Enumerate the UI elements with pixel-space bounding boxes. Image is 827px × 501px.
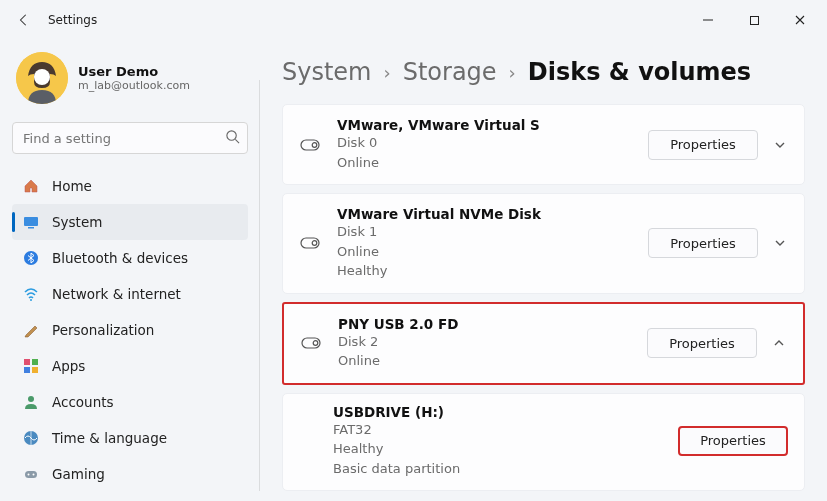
nav-label: Accounts (52, 394, 114, 410)
svg-point-19 (33, 474, 35, 476)
disk-icon (299, 139, 321, 151)
svg-rect-12 (24, 367, 30, 373)
chevron-down-icon[interactable] (772, 139, 788, 151)
svg-point-3 (34, 69, 50, 85)
nav-gaming[interactable]: Gaming (12, 456, 248, 492)
nav-label: Bluetooth & devices (52, 250, 188, 266)
volume-filesystem: FAT32 (333, 420, 662, 440)
volume-status: Healthy (333, 439, 662, 459)
properties-button[interactable]: Properties (678, 426, 788, 456)
search-icon (225, 129, 240, 148)
nav-label: Home (52, 178, 92, 194)
disk-status: Online (337, 242, 632, 262)
titlebar: Settings (0, 0, 827, 40)
svg-point-18 (28, 474, 30, 476)
disk-health: Healthy (337, 261, 632, 281)
svg-point-9 (30, 299, 32, 301)
network-icon (22, 285, 40, 303)
avatar (16, 52, 68, 104)
svg-line-5 (235, 139, 239, 143)
nav-label: Gaming (52, 466, 105, 482)
disk-name: PNY USB 2.0 FD (338, 316, 631, 332)
svg-rect-10 (24, 359, 30, 365)
svg-rect-11 (32, 359, 38, 365)
breadcrumb-storage[interactable]: Storage (403, 58, 497, 86)
nav-label: Time & language (52, 430, 167, 446)
nav-home[interactable]: Home (12, 168, 248, 204)
disk-number: Disk 2 (338, 332, 631, 352)
volume-card[interactable]: USBDRIVE (H:) FAT32 Healthy Basic data p… (282, 393, 805, 492)
svg-point-14 (28, 396, 34, 402)
nav-system[interactable]: System (12, 204, 248, 240)
nav-label: Network & internet (52, 286, 181, 302)
disk-name: VMware Virtual NVMe Disk (337, 206, 632, 222)
nav-label: System (52, 214, 102, 230)
nav-personalization[interactable]: Personalization (12, 312, 248, 348)
volume-type: Basic data partition (333, 459, 662, 479)
disk-number: Disk 0 (337, 133, 632, 153)
breadcrumb: System › Storage › Disks & volumes (282, 58, 805, 86)
sidebar: User Demo m_lab@outlook.com Home System … (0, 40, 260, 501)
system-icon (22, 213, 40, 231)
properties-button[interactable]: Properties (647, 328, 757, 358)
minimize-button[interactable] (685, 4, 731, 36)
disk-icon (300, 337, 322, 349)
properties-button[interactable]: Properties (648, 228, 758, 258)
chevron-right-icon: › (384, 62, 391, 83)
accounts-icon (22, 393, 40, 411)
breadcrumb-system[interactable]: System (282, 58, 372, 86)
window-controls (685, 4, 823, 36)
nav-accounts[interactable]: Accounts (12, 384, 248, 420)
gaming-icon (22, 465, 40, 483)
search-input[interactable] (12, 122, 248, 154)
svg-rect-7 (28, 227, 34, 229)
properties-button[interactable]: Properties (648, 130, 758, 160)
nav-label: Personalization (52, 322, 154, 338)
disk-icon (299, 237, 321, 249)
disk-number: Disk 1 (337, 222, 632, 242)
chevron-up-icon[interactable] (771, 337, 787, 349)
volume-name: USBDRIVE (H:) (333, 404, 662, 420)
svg-point-4 (227, 131, 236, 140)
nav-time[interactable]: Time & language (12, 420, 248, 456)
nav-apps[interactable]: Apps (12, 348, 248, 384)
profile-email: m_lab@outlook.com (78, 79, 190, 92)
svg-rect-17 (25, 471, 37, 478)
nav-network[interactable]: Network & internet (12, 276, 248, 312)
profile-name: User Demo (78, 64, 190, 79)
disk-card[interactable]: VMware, VMware Virtual S Disk 0 Online P… (282, 104, 805, 185)
search-box (12, 122, 248, 154)
close-button[interactable] (777, 4, 823, 36)
svg-point-23 (312, 241, 317, 246)
content: System › Storage › Disks & volumes VMwar… (260, 40, 827, 501)
chevron-right-icon: › (509, 62, 516, 83)
disk-status: Online (338, 351, 631, 371)
disk-card[interactable]: PNY USB 2.0 FD Disk 2 Online Properties (282, 302, 805, 385)
home-icon (22, 177, 40, 195)
window-title: Settings (48, 13, 97, 27)
profile[interactable]: User Demo m_lab@outlook.com (12, 48, 248, 116)
svg-point-21 (312, 142, 317, 147)
nav-label: Apps (52, 358, 85, 374)
back-button[interactable] (4, 0, 44, 40)
maximize-button[interactable] (731, 4, 777, 36)
disk-card[interactable]: VMware Virtual NVMe Disk Disk 1 Online H… (282, 193, 805, 294)
svg-rect-1 (750, 16, 758, 24)
personalization-icon (22, 321, 40, 339)
time-icon (22, 429, 40, 447)
svg-rect-6 (24, 217, 38, 226)
breadcrumb-current: Disks & volumes (528, 58, 751, 86)
disk-status: Online (337, 153, 632, 173)
svg-point-25 (313, 341, 318, 346)
apps-icon (22, 357, 40, 375)
disk-name: VMware, VMware Virtual S (337, 117, 632, 133)
bluetooth-icon (22, 249, 40, 267)
nav-bluetooth[interactable]: Bluetooth & devices (12, 240, 248, 276)
chevron-down-icon[interactable] (772, 237, 788, 249)
nav: Home System Bluetooth & devices Network … (12, 168, 248, 492)
svg-rect-13 (32, 367, 38, 373)
